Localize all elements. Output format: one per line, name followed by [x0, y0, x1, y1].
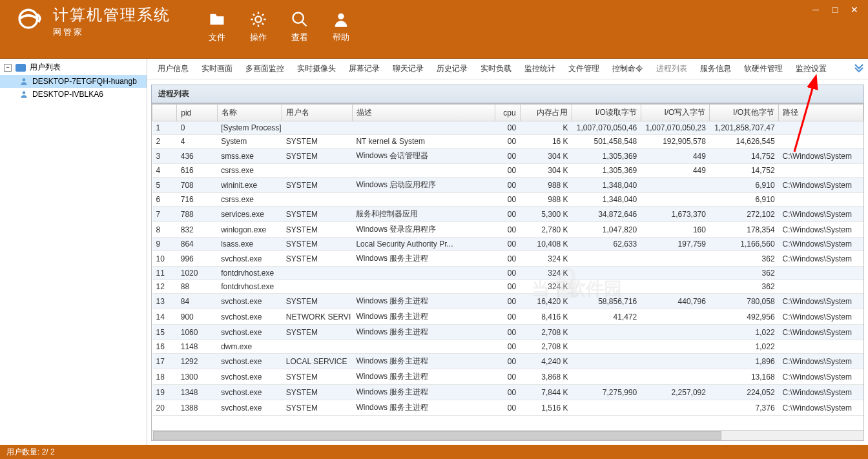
column-header-0[interactable] [152, 105, 177, 121]
cell: 1 [152, 121, 177, 135]
sidebar-item-0[interactable]: DESKTOP-7ETGFQH-huangb [0, 75, 147, 88]
cell: K [520, 121, 572, 135]
column-header-2[interactable]: 名称 [217, 105, 282, 121]
tab-12[interactable]: 服务信息 [694, 59, 738, 78]
cell: C:\Windows\System [779, 178, 863, 193]
column-header-8[interactable]: I/O写入字节 [641, 105, 710, 121]
toolbar-view[interactable]: 查看 [291, 10, 309, 43]
toolbar-view-label: 查看 [291, 32, 308, 43]
tab-7[interactable]: 实时负载 [474, 59, 518, 78]
tab-3[interactable]: 实时摄像头 [291, 59, 342, 78]
table-row[interactable]: 111020fontdrvhost.exe00324 K362 [152, 267, 863, 280]
table-row[interactable]: 1288fontdrvhost.exe00324 K362 [152, 280, 863, 294]
cell: 1,201,858,707,47 [710, 121, 779, 135]
tab-4[interactable]: 屏幕记录 [342, 59, 386, 78]
cell: 1,896 [710, 354, 779, 369]
tab-8[interactable]: 监控统计 [518, 59, 562, 78]
cell: 1,007,070,050,23 [641, 121, 710, 135]
column-header-10[interactable]: 路径 [779, 105, 863, 121]
table-row[interactable]: 181300svchost.exeSYSTEMWindows 服务主进程003,… [152, 369, 863, 385]
table-row[interactable]: 201388svchost.exeSYSTEMWindows 服务主进程001,… [152, 400, 863, 416]
table-row[interactable]: 171292svchost.exeLOCAL SERVICEWindows 服务… [152, 354, 863, 369]
cell: 84 [177, 294, 217, 309]
cell: 780,058 [710, 294, 779, 309]
tab-2[interactable]: 多画面监控 [239, 59, 291, 78]
table-row[interactable]: 10996svchost.exeSYSTEMWindows 服务主进程00324… [152, 251, 863, 267]
cell: svchost.exe [217, 309, 282, 325]
table-row[interactable]: 8832winlogon.exeSYSTEMWindows 登录应用程序002,… [152, 222, 863, 238]
collapse-icon[interactable]: − [4, 64, 12, 72]
tab-0[interactable]: 用户信息 [151, 59, 195, 78]
toolbar-help[interactable]: 帮助 [332, 10, 350, 43]
table-row[interactable]: 24SystemSYSTEMNT kernel & System0016 K50… [152, 135, 863, 148]
cell: 00 [495, 385, 520, 400]
tab-13[interactable]: 软硬件管理 [738, 59, 789, 78]
minimize-button[interactable]: ─ [806, 3, 825, 17]
cell: 00 [495, 251, 520, 267]
sidebar-item-1[interactable]: DESKTOP-IVBLKA6 [0, 88, 147, 101]
cell: 00 [495, 340, 520, 354]
tab-5[interactable]: 聊天记录 [386, 59, 430, 78]
table-row[interactable]: 191348svchost.exeSYSTEMWindows 服务主进程007,… [152, 385, 863, 400]
cell: [System Process] [217, 121, 282, 135]
cell [641, 267, 710, 280]
cell [572, 280, 641, 294]
cell: SYSTEM [282, 135, 353, 148]
cell: 10 [152, 251, 177, 267]
column-header-6[interactable]: 内存占用 [520, 105, 572, 121]
cell: Windows 登录应用程序 [352, 222, 495, 238]
maximize-button[interactable]: □ [825, 3, 845, 17]
tab-9[interactable]: 文件管理 [562, 59, 606, 78]
cell: 16,420 K [520, 294, 572, 309]
column-header-9[interactable]: I/O其他字节 [710, 105, 779, 121]
cell: NETWORK SERVI [282, 309, 353, 325]
table-row[interactable]: 10[System Process]00K1,007,070,050,461,0… [152, 121, 863, 135]
column-header-1[interactable]: pid [177, 105, 217, 121]
cell: System [217, 135, 282, 148]
table-row[interactable]: 9864lsass.exeSYSTEMLocal Security Author… [152, 238, 863, 251]
column-header-3[interactable]: 用户名 [282, 105, 353, 121]
table-row[interactable]: 1384svchost.exeSYSTEMWindows 服务主进程0016,4… [152, 294, 863, 309]
horizontal-scrollbar[interactable] [152, 430, 863, 440]
table-row[interactable]: 3436smss.exeSYSTEMWindows 会话管理器00304 K1,… [152, 148, 863, 164]
tab-11[interactable]: 进程列表 [650, 59, 694, 78]
column-header-7[interactable]: I/O读取字节 [572, 105, 641, 121]
table-scroll-area[interactable]: pid名称用户名描述cpu内存占用I/O读取字节I/O写入字节I/O其他字节路径… [152, 104, 863, 430]
table-row[interactable]: 6716csrss.exe00988 K1,348,0406,910 [152, 193, 863, 207]
column-header-4[interactable]: 描述 [352, 105, 495, 121]
tab-10[interactable]: 控制命令 [606, 59, 650, 78]
cell: 272,102 [710, 207, 779, 222]
table-row[interactable]: 4616csrss.exe00304 K1,305,36944914,752 [152, 164, 863, 178]
cell: 304 K [520, 148, 572, 164]
close-button[interactable]: ✕ [845, 3, 864, 17]
table-row[interactable]: 14900svchost.exeNETWORK SERVIWindows 服务主… [152, 309, 863, 325]
tab-6[interactable]: 历史记录 [430, 59, 474, 78]
table-row[interactable]: 7788services.exeSYSTEM服务和控制器应用005,300 K3… [152, 207, 863, 222]
tab-1[interactable]: 实时画面 [195, 59, 239, 78]
toolbar-action[interactable]: 操作 [249, 10, 267, 43]
tree-root[interactable]: − 用户列表 [0, 60, 147, 75]
column-header-5[interactable]: cpu [495, 105, 520, 121]
cell: 00 [495, 400, 520, 416]
table-row[interactable]: 151060svchost.exeSYSTEMWindows 服务主进程002,… [152, 325, 863, 340]
tab-overflow-icon[interactable] [854, 62, 864, 72]
cell: 00 [495, 193, 520, 207]
status-bar: 用户数量: 2/ 2 [0, 445, 868, 459]
cell [779, 280, 863, 294]
cell: Windows 服务主进程 [352, 354, 495, 369]
cell [352, 267, 495, 280]
cell: 17 [152, 354, 177, 369]
table-row[interactable]: 161148dwm.exe002,708 K1,022 [152, 340, 863, 354]
cell [352, 164, 495, 178]
toolbar-file[interactable]: 文件 [208, 10, 226, 43]
cell [282, 267, 353, 280]
cell: SYSTEM [282, 369, 353, 385]
cell: 6,910 [710, 193, 779, 207]
cell: 20 [152, 400, 177, 416]
cell [282, 193, 353, 207]
table-row[interactable]: 5708wininit.exeSYSTEMWindows 启动应用程序00988… [152, 178, 863, 193]
tab-14[interactable]: 监控设置 [789, 59, 833, 78]
cell: svchost.exe [217, 294, 282, 309]
cell: 1,007,070,050,46 [572, 121, 641, 135]
cell: 1292 [177, 354, 217, 369]
